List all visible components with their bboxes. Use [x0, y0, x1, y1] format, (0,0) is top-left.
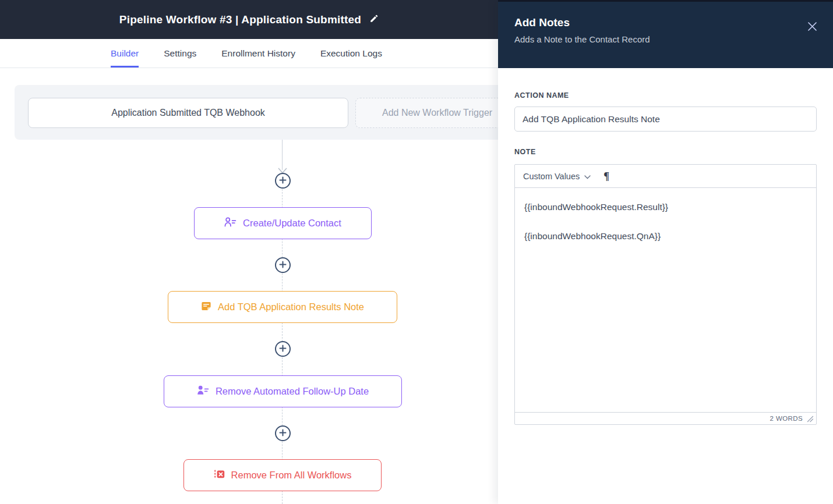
note-text-area[interactable]: {{inboundWebhookRequest.Result}} {{inbou…: [515, 188, 816, 412]
action-config-panel: Add Notes Adds a Note to the Contact Rec…: [498, 0, 833, 504]
plus-icon: [279, 429, 287, 438]
workflow-canvas: Application Submitted TQB Webhook Add Ne…: [0, 68, 498, 504]
plus-icon: [279, 261, 287, 270]
panel-body: ACTION NAME NOTE Custom Values ¶ {{inbou…: [498, 68, 833, 425]
add-trigger-node[interactable]: Add New Workflow Trigger: [355, 98, 498, 128]
add-action-button[interactable]: [275, 341, 291, 357]
action-node-label: Remove From All Workflows: [231, 470, 352, 481]
custom-values-label: Custom Values: [523, 172, 580, 181]
word-count: 2 WORDS: [770, 415, 803, 422]
action-node-label: Remove Automated Follow-Up Date: [216, 386, 369, 397]
custom-values-dropdown[interactable]: Custom Values: [523, 172, 591, 181]
close-button[interactable]: [807, 21, 818, 34]
plus-icon: [279, 345, 287, 354]
action-node-remove-followup-date[interactable]: Remove Automated Follow-Up Date: [164, 375, 402, 407]
user-remove-icon: [197, 385, 209, 397]
resize-handle-icon[interactable]: [806, 415, 814, 423]
close-icon: [807, 25, 818, 34]
pencil-icon: [369, 14, 379, 25]
action-node-label: Create/Update Contact: [243, 218, 341, 229]
tab-bar: Builder Settings Enrollment History Exec…: [0, 39, 498, 68]
add-action-button[interactable]: [275, 173, 291, 189]
editor-toolbar: Custom Values ¶: [515, 165, 816, 188]
note-line: {{inboundWebhookRequest.Result}}: [524, 201, 807, 214]
tab-execution-logs[interactable]: Execution Logs: [320, 39, 382, 68]
workflow-builder-app: Pipeline Workflow #3 | Application Submi…: [0, 0, 833, 504]
add-action-button[interactable]: [275, 425, 291, 441]
tab-settings[interactable]: Settings: [164, 39, 196, 68]
workflow-title: Pipeline Workflow #3 | Application Submi…: [119, 13, 361, 26]
action-node-label: Add TQB Application Results Note: [218, 301, 364, 313]
panel-title: Add Notes: [514, 16, 817, 29]
action-node-create-update-contact[interactable]: Create/Update Contact: [194, 207, 372, 239]
action-name-label: ACTION NAME: [514, 91, 817, 100]
plus-icon: [279, 176, 287, 186]
action-node-remove-from-workflows[interactable]: Remove From All Workflows: [183, 459, 382, 491]
tab-enrollment-history[interactable]: Enrollment History: [221, 39, 295, 68]
note-editor: Custom Values ¶ {{inboundWebhookRequest.…: [514, 164, 817, 425]
action-node-add-note[interactable]: Add TQB Application Results Note: [168, 291, 397, 323]
chevron-down-icon: [584, 172, 591, 181]
note-line: {{inboundWebhookRequest.QnA}}: [524, 230, 807, 243]
editor-footer: 2 WORDS: [515, 412, 816, 424]
topbar-title-group: Pipeline Workflow #3 | Application Submi…: [0, 0, 498, 39]
workflow-remove-icon: [214, 469, 225, 482]
note-icon: [201, 301, 211, 314]
action-name-input[interactable]: [514, 107, 817, 132]
trigger-node[interactable]: Application Submitted TQB Webhook: [28, 98, 348, 128]
tab-builder[interactable]: Builder: [111, 39, 139, 68]
note-label: NOTE: [514, 148, 817, 156]
panel-header: Add Notes Adds a Note to the Contact Rec…: [498, 0, 833, 68]
trigger-section: Application Submitted TQB Webhook Add Ne…: [15, 85, 498, 140]
add-action-button[interactable]: [275, 257, 291, 273]
panel-subtitle: Adds a Note to the Contact Record: [514, 34, 817, 44]
user-update-icon: [224, 217, 237, 229]
pilcrow-icon[interactable]: ¶: [603, 171, 609, 182]
edit-title-button[interactable]: [369, 14, 379, 25]
